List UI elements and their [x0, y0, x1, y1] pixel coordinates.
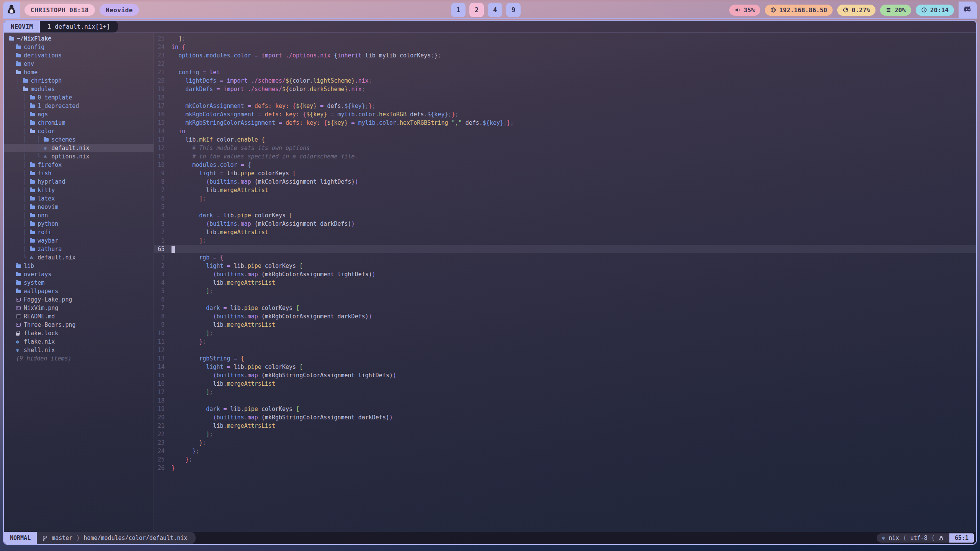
tree-item-kitty[interactable]: │ kitty	[4, 186, 154, 194]
tree-item-schemes[interactable]: │ │ schemes	[4, 135, 154, 144]
tree-item-firefox[interactable]: │ firefox	[4, 161, 154, 169]
tree-item-1-deprecated[interactable]: │ 1_deprecated	[4, 102, 154, 110]
tree-item-rofi[interactable]: │ rofi	[4, 228, 154, 236]
tree-item-neovim[interactable]: │ neovim	[4, 203, 154, 211]
code-line[interactable]: 25 ];	[154, 34, 976, 43]
tree-item-env[interactable]: env	[4, 60, 154, 68]
code-line[interactable]: 6 ];	[154, 194, 976, 203]
code-line[interactable]: 8 (builtins.map (mkRgbColorAssignment da…	[154, 312, 976, 321]
code-token: .	[237, 170, 241, 177]
workspace-button-1[interactable]: 1	[451, 3, 466, 17]
tree-item-overlays[interactable]: overlays	[4, 270, 154, 279]
tree-item-readme-md[interactable]: README.md	[4, 312, 154, 321]
tree-item-flake-lock[interactable]: flake.lock	[4, 329, 154, 337]
tree-item-foggy-lake-png[interactable]: Foggy-Lake.png	[4, 295, 154, 304]
code-line[interactable]: 13 lib.mkIf color.enable {	[154, 135, 976, 144]
code-line[interactable]: 5	[154, 203, 976, 211]
workspace-button-4[interactable]: 4	[488, 3, 502, 17]
code-line[interactable]: 4 lib.mergeAttrsList	[154, 279, 976, 287]
code-line[interactable]: 16 lib.mergeAttrsList	[154, 380, 976, 388]
tree-item-christoph[interactable]: │ christoph	[4, 77, 154, 85]
code-line[interactable]: 4 dark = lib.pipe colorKeys [	[154, 211, 976, 220]
tree-item-derivations[interactable]: derivations	[4, 51, 154, 60]
tree-item-zathura[interactable]: │ zathura	[4, 245, 154, 253]
code-line[interactable]: 11 # to the values specified in a colors…	[154, 152, 976, 161]
tree-item-0-template[interactable]: │ 0_template	[4, 93, 154, 102]
code-line[interactable]: 17 mkColorAssignment = defs: key: {${key…	[154, 102, 976, 110]
code-line[interactable]: 13 rgbString = {	[154, 354, 976, 363]
code-line[interactable]: 10 modules.color = {	[154, 161, 976, 169]
code-line[interactable]: 7 dark = lib.pipe colorKeys [	[154, 304, 976, 312]
code-line[interactable]: 65	[154, 245, 976, 253]
code-line[interactable]: 1 ];	[154, 236, 976, 245]
code-line[interactable]: 24 };	[154, 447, 976, 455]
discord-tray-button[interactable]	[959, 2, 977, 18]
code-line[interactable]: 12 # This module sets its own options	[154, 144, 976, 152]
tree-item-lib[interactable]: lib	[4, 262, 154, 270]
code-line[interactable]: 26}	[154, 464, 976, 472]
tree-item-system[interactable]: system	[4, 279, 154, 287]
workspace-button-2[interactable]: 2	[469, 3, 484, 17]
tree-item-flake-nix[interactable]: ❄flake.nix	[4, 337, 154, 346]
code-line[interactable]: 23 options.modules.color = import ./opti…	[154, 51, 976, 60]
code-line[interactable]: 19 darkDefs = import ./schemes/${color.d…	[154, 85, 976, 93]
code-line[interactable]: 17 ];	[154, 388, 976, 396]
code-line[interactable]: 21 config = let	[154, 68, 976, 77]
tree-item-default-nix[interactable]: │ │ ❄default.nix	[4, 144, 154, 152]
tree-item-latex[interactable]: │ latex	[4, 194, 154, 203]
tree-item-chromium[interactable]: │ chromium	[4, 119, 154, 127]
editor-buffer[interactable]: 25 ];24in {23 options.modules.color = im…	[154, 33, 976, 532]
tree-item-three-bears-png[interactable]: Three-Bears.png	[4, 321, 154, 329]
tree-item-hyprland[interactable]: │ hyprland	[4, 178, 154, 186]
code-line[interactable]: 15 (builtins.map (mkRgbStringColorAssign…	[154, 371, 976, 380]
code-line[interactable]: 5 ];	[154, 287, 976, 295]
tree-item-config[interactable]: config	[4, 43, 154, 51]
tree-item--nixflake[interactable]: ~/NixFlake	[4, 34, 154, 43]
code-line[interactable]: 7 lib.mergeAttrsList	[154, 186, 976, 194]
code-line[interactable]: 22	[154, 60, 976, 68]
tab-default-nix[interactable]: 1 default.nix[1+]	[40, 21, 118, 33]
code-line[interactable]: 25 };	[154, 455, 976, 464]
code-line[interactable]: 14 in	[154, 127, 976, 135]
code-line[interactable]: 18	[154, 396, 976, 405]
code-token: ;	[209, 330, 213, 337]
tree-item-modules[interactable]: └ modules	[4, 85, 154, 93]
code-line[interactable]: 20 lightDefs = import ./schemes/${color.…	[154, 77, 976, 85]
code-line[interactable]: 18	[154, 93, 976, 102]
tree-item-color[interactable]: │ color	[4, 127, 154, 135]
code-line[interactable]: 15 mkRgbStringColorAssignment = defs: ke…	[154, 119, 976, 127]
code-line[interactable]: 1 rgb = {	[154, 253, 976, 262]
workspace-button-9[interactable]: 9	[506, 3, 521, 17]
tree-item-wallpapers[interactable]: wallpapers	[4, 287, 154, 295]
code-line[interactable]: 9 light = lib.pipe colorKeys [	[154, 169, 976, 178]
code-line[interactable]: 3 (builtins.map (mkRgbColorAssignment li…	[154, 270, 976, 279]
code-line[interactable]: 11 };	[154, 337, 976, 346]
tree-item-nnn[interactable]: │ nnn	[4, 211, 154, 220]
code-line[interactable]: 14 light = lib.pipe colorKeys [	[154, 363, 976, 371]
tree-item-python[interactable]: │ python	[4, 220, 154, 228]
code-line[interactable]: 10 ];	[154, 329, 976, 337]
code-line[interactable]: 9 lib.mergeAttrsList	[154, 321, 976, 329]
code-line[interactable]: 8 (builtins.map (mkColorAssignment light…	[154, 178, 976, 186]
code-line[interactable]: 22 ];	[154, 430, 976, 439]
code-line[interactable]: 12	[154, 346, 976, 354]
code-line[interactable]: 20 (builtins.map (mkRgbStringColorAssign…	[154, 413, 976, 422]
tree-item-ags[interactable]: │ ags	[4, 110, 154, 119]
tree-item-default-nix[interactable]: └ ❄default.nix	[4, 253, 154, 262]
tree-item-options-nix[interactable]: │ └ ❄options.nix	[4, 152, 154, 161]
code-line[interactable]: 3 (builtins.map (mkColorAssignment darkD…	[154, 220, 976, 228]
tree-item--9-hidden-items-[interactable]: (9 hidden items)	[4, 354, 154, 363]
code-line[interactable]: 2 light = lib.pipe colorKeys [	[154, 262, 976, 270]
tree-item-home[interactable]: home	[4, 68, 154, 77]
tree-item-nixvim-png[interactable]: NixVim.png	[4, 304, 154, 312]
code-line[interactable]: 6	[154, 295, 976, 304]
code-line[interactable]: 2 lib.mergeAttrsList	[154, 228, 976, 236]
code-line[interactable]: 21 lib.mergeAttrsList	[154, 422, 976, 430]
tree-item-waybar[interactable]: │ waybar	[4, 236, 154, 245]
code-line[interactable]: 16 mkRgbColorAssignment = defs: key: {${…	[154, 110, 976, 119]
code-line[interactable]: 24in {	[154, 43, 976, 51]
tree-item-shell-nix[interactable]: ❄shell.nix	[4, 346, 154, 354]
tree-item-fish[interactable]: │ fish	[4, 169, 154, 178]
code-line[interactable]: 19 dark = lib.pipe colorKeys [	[154, 405, 976, 413]
code-line[interactable]: 23 };	[154, 439, 976, 447]
